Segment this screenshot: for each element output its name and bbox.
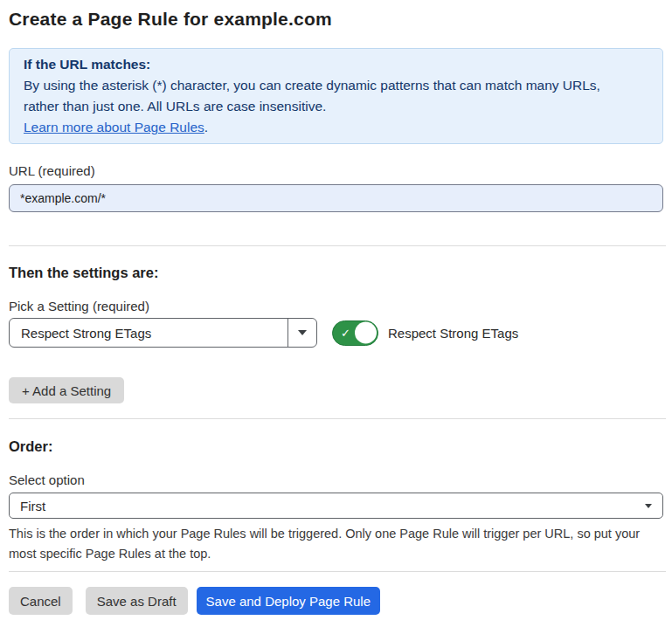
setting-toggle-group: ✓ Respect Strong ETags bbox=[332, 320, 518, 346]
info-box-body: By using the asterisk (*) character, you… bbox=[24, 75, 637, 138]
chevron-down-icon bbox=[298, 330, 307, 335]
order-section-heading: Order: bbox=[9, 438, 663, 455]
learn-more-link[interactable]: Learn more about Page Rules bbox=[24, 120, 204, 134]
url-match-info-box: If the URL matches: By using the asteris… bbox=[9, 48, 663, 144]
setting-row: Respect Strong ETags ✓ Respect Strong ET… bbox=[9, 318, 663, 348]
page-rule-form: Create a Page Rule for example.com If th… bbox=[0, 0, 672, 615]
footer-actions: Cancel Save as Draft Save and Deploy Pag… bbox=[9, 587, 663, 615]
save-deploy-button[interactable]: Save and Deploy Page Rule bbox=[197, 587, 380, 615]
chevron-down-icon bbox=[645, 504, 652, 508]
url-input[interactable] bbox=[9, 184, 663, 212]
setting-select-arrow[interactable] bbox=[288, 319, 316, 347]
setting-select[interactable]: Respect Strong ETags bbox=[9, 318, 317, 348]
toggle-knob bbox=[355, 322, 377, 344]
url-field-label: URL (required) bbox=[9, 163, 663, 179]
order-select-label: Select option bbox=[9, 472, 663, 488]
etags-toggle[interactable]: ✓ bbox=[332, 320, 378, 346]
divider bbox=[9, 245, 666, 246]
setting-select-value: Respect Strong ETags bbox=[10, 319, 288, 347]
page-title: Create a Page Rule for example.com bbox=[9, 7, 663, 31]
settings-section-heading: Then the settings are: bbox=[9, 264, 663, 281]
add-setting-button[interactable]: + Add a Setting bbox=[9, 377, 124, 403]
toggle-label: Respect Strong ETags bbox=[388, 326, 518, 341]
order-select[interactable]: First bbox=[9, 493, 663, 519]
save-draft-button[interactable]: Save as Draft bbox=[86, 587, 188, 615]
divider bbox=[9, 571, 666, 572]
check-icon: ✓ bbox=[341, 327, 350, 339]
order-select-value: First bbox=[20, 499, 45, 513]
order-help-text: This is the order in which your Page Rul… bbox=[9, 524, 669, 564]
divider bbox=[9, 418, 666, 419]
info-box-heading: If the URL matches: bbox=[24, 54, 648, 75]
cancel-button[interactable]: Cancel bbox=[9, 587, 73, 615]
pick-setting-label: Pick a Setting (required) bbox=[9, 299, 663, 314]
